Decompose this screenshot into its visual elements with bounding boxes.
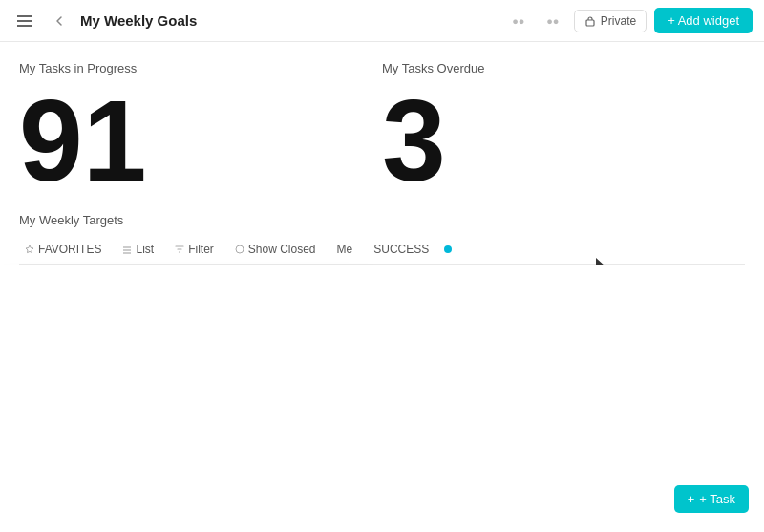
svg-rect-1 (17, 20, 32, 22)
svg-point-7 (236, 245, 244, 253)
page-title: My Weekly Goals (80, 12, 197, 29)
filter-active-indicator (444, 245, 452, 253)
private-label: Private (601, 14, 636, 28)
weekly-targets-title: My Weekly Targets (19, 213, 745, 227)
svg-rect-2 (17, 25, 32, 27)
menu-icon[interactable] (11, 8, 38, 34)
main-content: My Tasks in Progress 91 My Tasks Overdue… (0, 42, 764, 265)
filter-bar: FAVORITES List Filter Show Closed Me (19, 235, 745, 265)
stats-row: My Tasks in Progress 91 My Tasks Overdue… (19, 61, 745, 198)
back-icon[interactable] (46, 8, 73, 34)
header-left: My Weekly Goals (11, 8, 197, 34)
private-button[interactable]: Private (574, 10, 647, 32)
overdue-count: 3 (382, 83, 745, 198)
tasks-in-progress-block: My Tasks in Progress 91 (19, 61, 382, 198)
filter-favorites[interactable]: FAVORITES (19, 241, 107, 258)
filter-show-closed[interactable]: Show Closed (229, 241, 322, 258)
add-widget-button[interactable]: + Add widget (654, 8, 753, 33)
svg-rect-3 (586, 20, 594, 26)
filter-me[interactable]: Me (331, 241, 359, 258)
header-right: ●● ●● Private + Add widget (505, 8, 753, 34)
filter-success[interactable]: SUCCESS (368, 241, 435, 258)
filter-filter[interactable]: Filter (169, 241, 220, 258)
user-icon-2[interactable]: ●● (540, 8, 566, 34)
user-icon-1[interactable]: ●● (505, 8, 532, 34)
in-progress-label: My Tasks in Progress (19, 61, 382, 75)
filter-list[interactable]: List (117, 241, 159, 258)
in-progress-count: 91 (19, 83, 382, 198)
app-header: My Weekly Goals ●● ●● Private + Add widg… (0, 0, 764, 42)
svg-rect-0 (17, 15, 32, 17)
tasks-overdue-block: My Tasks Overdue 3 (382, 61, 745, 198)
overdue-label: My Tasks Overdue (382, 61, 745, 75)
